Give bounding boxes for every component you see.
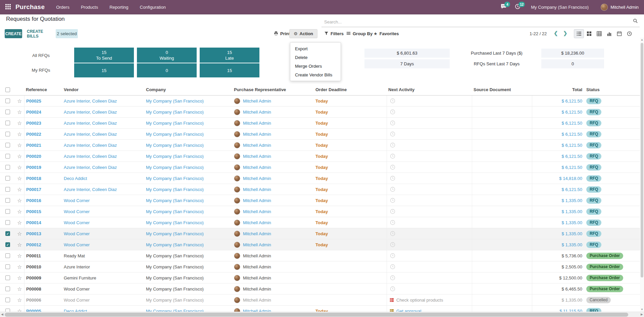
row-checkbox[interactable]: [5, 143, 10, 147]
app-title[interactable]: Purchase: [15, 3, 45, 11]
favorite-star-icon[interactable]: ☆: [17, 175, 22, 182]
favorite-star-icon[interactable]: ☆: [17, 197, 22, 204]
kpi-purchased-last-7-days-label[interactable]: Purchased Last 7 Days ($): [456, 49, 537, 58]
kpi-purchased-last-7-days-value[interactable]: $ 18,236.00: [541, 49, 604, 58]
action-menu-item-export[interactable]: Export: [290, 44, 341, 53]
column-header-status[interactable]: Status: [585, 84, 644, 95]
favorite-star-icon[interactable]: ☆: [17, 264, 22, 270]
reference-link[interactable]: P00013: [26, 231, 41, 236]
reference-link[interactable]: P00017: [26, 187, 41, 192]
favorite-star-icon[interactable]: ☆: [17, 142, 22, 148]
favorite-star-icon[interactable]: ☆: [17, 219, 22, 226]
search-icon[interactable]: [633, 18, 638, 24]
kpi-rfqs-sent-last-7-days-label[interactable]: RFQs Sent Last 7 Days: [456, 59, 537, 68]
no-activity-clock-icon[interactable]: [390, 253, 395, 258]
row-checkbox[interactable]: [5, 99, 10, 103]
favorite-star-icon[interactable]: ☆: [17, 275, 22, 281]
no-activity-clock-icon[interactable]: [390, 176, 395, 181]
reference-link[interactable]: P00009: [26, 275, 41, 280]
favorite-star-icon[interactable]: ☆: [17, 242, 22, 248]
row-checkbox[interactable]: [5, 176, 10, 181]
reference-link[interactable]: P00023: [26, 121, 41, 126]
action-menu-item-delete[interactable]: Delete: [290, 53, 341, 62]
no-activity-clock-icon[interactable]: [390, 264, 395, 269]
table-row[interactable]: ☆P00009Gemini FurnitureMy Company (San F…: [0, 272, 644, 283]
dashboard-box-waiting[interactable]: 0Waiting: [137, 48, 197, 63]
reference-link[interactable]: P00019: [26, 165, 41, 170]
table-row[interactable]: ☆P00015Wood CornerMy Company (San Franci…: [0, 206, 644, 217]
select-all-checkbox[interactable]: [5, 87, 10, 92]
row-checkbox[interactable]: [5, 187, 10, 192]
reference-link[interactable]: P00024: [26, 110, 41, 115]
reference-link[interactable]: P00022: [26, 132, 41, 137]
kpi-avg-order-value[interactable]: $ 6,801.63: [364, 49, 450, 58]
reference-link[interactable]: P00010: [26, 264, 41, 269]
row-checkbox[interactable]: [5, 198, 10, 203]
pager-previous-icon[interactable]: ❮: [551, 30, 561, 36]
table-row[interactable]: ☆P00008Wood CornerMy Company (San Franci…: [0, 283, 644, 295]
print-button[interactable]: Print: [274, 29, 290, 38]
favorite-star-icon[interactable]: ☆: [17, 98, 22, 104]
reference-link[interactable]: P00015: [26, 209, 41, 214]
row-checkbox[interactable]: [5, 220, 10, 225]
reference-link[interactable]: P00011: [26, 253, 41, 258]
activity-summary[interactable]: Check optional products: [396, 298, 443, 303]
favorites-button[interactable]: ★ Favorites: [374, 29, 399, 38]
vertical-scrollbar[interactable]: ▲ ▼: [640, 38, 644, 312]
no-activity-clock-icon[interactable]: [390, 275, 395, 280]
view-graph-icon[interactable]: [604, 29, 614, 38]
action-menu-item-create-vendor-bills[interactable]: Create Vendor Bills: [290, 70, 341, 79]
favorite-star-icon[interactable]: ☆: [17, 231, 22, 237]
pager-next-icon[interactable]: ❯: [560, 30, 571, 36]
no-activity-clock-icon[interactable]: [390, 209, 395, 214]
column-header-total[interactable]: Total: [532, 84, 585, 95]
row-checkbox[interactable]: [5, 121, 10, 125]
column-header-vendor[interactable]: Vendor: [62, 84, 144, 95]
no-activity-clock-icon[interactable]: [390, 109, 395, 115]
row-checkbox[interactable]: [5, 264, 10, 269]
activity-type-icon[interactable]: [390, 298, 394, 302]
column-header-activity[interactable]: Next Activity: [387, 84, 472, 95]
dashboard-box-my-to-send[interactable]: 15: [74, 63, 134, 77]
messages-icon[interactable]: 4: [501, 4, 507, 10]
reference-link[interactable]: P00006: [26, 298, 41, 303]
nav-menu-products[interactable]: Products: [81, 5, 98, 10]
no-activity-clock-icon[interactable]: [390, 165, 395, 170]
dashboard-filter-all-rfqs[interactable]: All RFQs: [28, 53, 54, 58]
scroll-down-icon[interactable]: ▼: [641, 308, 643, 311]
dashboard-box-to-send[interactable]: 15To Send: [74, 48, 134, 63]
activities-icon[interactable]: 12: [515, 4, 522, 10]
user-menu[interactable]: Mitchell Admin: [601, 4, 639, 11]
dashboard-box-my-waiting[interactable]: 0: [137, 63, 197, 77]
search-input[interactable]: Search...: [321, 17, 640, 27]
favorite-star-icon[interactable]: ☆: [17, 109, 22, 115]
reference-link[interactable]: P00012: [26, 242, 41, 247]
reference-link[interactable]: P00021: [26, 143, 41, 148]
vertical-scrollbar-thumb[interactable]: [641, 43, 643, 277]
table-row[interactable]: ☆P00019Azure Interior, Colleen DiazMy Co…: [0, 162, 644, 173]
kpi-rfqs-sent-last-7-days-value[interactable]: 0: [541, 59, 604, 68]
no-activity-clock-icon[interactable]: [390, 120, 395, 126]
kpi-avg-days-to-purchase[interactable]: 7 Days: [364, 59, 450, 68]
favorite-star-icon[interactable]: ☆: [17, 131, 22, 137]
table-row[interactable]: ☆P00017Azure Interior, Colleen DiazMy Co…: [0, 184, 644, 195]
column-header-company[interactable]: Company: [144, 84, 232, 95]
favorite-star-icon[interactable]: ☆: [17, 253, 22, 259]
reference-link[interactable]: P00014: [26, 220, 41, 225]
row-checkbox[interactable]: [5, 253, 10, 258]
row-checkbox[interactable]: [5, 209, 10, 214]
scroll-left-icon[interactable]: ◀: [1, 313, 3, 316]
horizontal-scrollbar[interactable]: ◀ ▶: [0, 312, 644, 317]
dashboard-filter-my-rfqs[interactable]: My RFQs: [28, 68, 54, 73]
table-row[interactable]: ☆P00023Azure Interior, Colleen DiazMy Co…: [0, 118, 644, 129]
no-activity-clock-icon[interactable]: [390, 187, 395, 192]
dashboard-box-my-late[interactable]: 15: [200, 63, 259, 77]
table-row[interactable]: ✓☆P00013Wood CornerMy Company (San Franc…: [0, 228, 644, 239]
table-row[interactable]: ☆P00025Azure Interior, Colleen DiazMy Co…: [0, 96, 644, 107]
table-row[interactable]: ☆P00011Ready MatMy Company (San Francisc…: [0, 250, 644, 261]
scroll-up-icon[interactable]: ▲: [641, 38, 643, 41]
no-activity-clock-icon[interactable]: [390, 131, 395, 137]
view-calendar-icon[interactable]: [614, 29, 624, 38]
view-pivot-icon[interactable]: [594, 29, 604, 38]
dashboard-box-late[interactable]: 15Late: [200, 48, 259, 63]
